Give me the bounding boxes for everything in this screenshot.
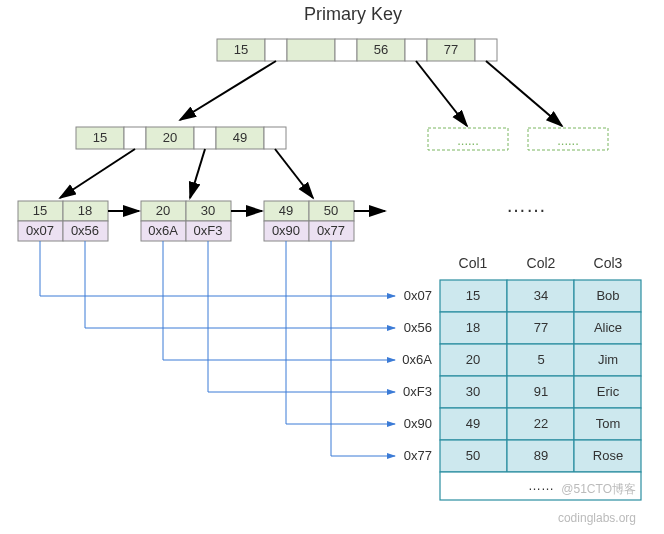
- svg-text:50: 50: [324, 203, 338, 218]
- table-row: 4922Tom: [440, 408, 641, 440]
- svg-text:0x56: 0x56: [71, 223, 99, 238]
- svg-text:Bob: Bob: [596, 288, 619, 303]
- dashed-label-1: ......: [557, 133, 579, 148]
- svg-rect-3: [335, 39, 357, 61]
- table-row: 5089Rose: [440, 440, 641, 472]
- svg-text:Rose: Rose: [593, 448, 623, 463]
- svg-text:Alice: Alice: [594, 320, 622, 335]
- leaf-0: 15 18 0x07 0x56: [18, 201, 108, 241]
- svg-text:0x07: 0x07: [26, 223, 54, 238]
- addr-1: 0x56: [404, 320, 432, 335]
- svg-text:Jim: Jim: [598, 352, 618, 367]
- svg-rect-11: [194, 127, 216, 149]
- arrow-root-c1: [416, 61, 467, 126]
- dashed-label-0: ......: [457, 133, 479, 148]
- svg-text:15: 15: [466, 288, 480, 303]
- l1-key-0: 15: [93, 130, 107, 145]
- svg-text:50: 50: [466, 448, 480, 463]
- watermark-2: codinglabs.org: [558, 511, 636, 525]
- col-header-0: Col1: [459, 255, 488, 271]
- l1-key-1: 20: [163, 130, 177, 145]
- svg-rect-5: [405, 39, 427, 61]
- table-row: 1877Alice: [440, 312, 641, 344]
- page-title: Primary Key: [304, 4, 402, 24]
- table-row: 1534Bob: [440, 280, 641, 312]
- leaf-1: 20 30 0x6A 0xF3: [141, 201, 231, 241]
- svg-text:15: 15: [33, 203, 47, 218]
- svg-text:22: 22: [534, 416, 548, 431]
- leaf-ellipsis: ……: [506, 194, 546, 216]
- svg-text:0x77: 0x77: [317, 223, 345, 238]
- svg-rect-1: [265, 39, 287, 61]
- table-footer-label: ……: [528, 478, 554, 493]
- addr-3: 0xF3: [403, 384, 432, 399]
- svg-text:20: 20: [156, 203, 170, 218]
- root-key-1: 56: [374, 42, 388, 57]
- svg-text:30: 30: [466, 384, 480, 399]
- svg-text:0xF3: 0xF3: [194, 223, 223, 238]
- svg-text:5: 5: [537, 352, 544, 367]
- arrow-l1-leaf1: [190, 149, 205, 198]
- addr-5: 0x77: [404, 448, 432, 463]
- root-key-2: 77: [444, 42, 458, 57]
- svg-text:49: 49: [279, 203, 293, 218]
- svg-text:49: 49: [466, 416, 480, 431]
- svg-text:34: 34: [534, 288, 548, 303]
- root-node: 15 56 77: [217, 39, 497, 61]
- addr-4: 0x90: [404, 416, 432, 431]
- svg-rect-2: [287, 39, 335, 61]
- svg-text:20: 20: [466, 352, 480, 367]
- watermark-1: @51CTO博客: [561, 482, 636, 496]
- svg-text:77: 77: [534, 320, 548, 335]
- btree-diagram: Primary Key 15 56 77 15 20 49 ...... ...…: [0, 0, 664, 534]
- svg-text:Eric: Eric: [597, 384, 620, 399]
- svg-text:18: 18: [466, 320, 480, 335]
- svg-rect-13: [264, 127, 286, 149]
- arrow-l1-leaf0: [60, 149, 135, 198]
- svg-text:0x90: 0x90: [272, 223, 300, 238]
- col-header-2: Col3: [594, 255, 623, 271]
- table-row: 3091Eric: [440, 376, 641, 408]
- svg-text:30: 30: [201, 203, 215, 218]
- addr-0: 0x07: [404, 288, 432, 303]
- root-key-0: 15: [234, 42, 248, 57]
- arrow-l1-leaf2: [275, 149, 313, 198]
- svg-text:0x6A: 0x6A: [148, 223, 178, 238]
- svg-text:18: 18: [78, 203, 92, 218]
- arrow-root-c0: [180, 61, 276, 120]
- data-table: 1534Bob 1877Alice 205Jim 3091Eric 4922To…: [440, 280, 641, 500]
- leaf-2: 49 50 0x90 0x77: [264, 201, 354, 241]
- l1-key-2: 49: [233, 130, 247, 145]
- svg-rect-7: [475, 39, 497, 61]
- svg-text:89: 89: [534, 448, 548, 463]
- level1-node: 15 20 49: [76, 127, 286, 149]
- pointer-lines: [40, 241, 395, 456]
- arrow-root-c2: [486, 61, 562, 126]
- table-row: 205Jim: [440, 344, 641, 376]
- col-header-1: Col2: [527, 255, 556, 271]
- svg-rect-9: [124, 127, 146, 149]
- addr-2: 0x6A: [402, 352, 432, 367]
- svg-text:91: 91: [534, 384, 548, 399]
- svg-text:Tom: Tom: [596, 416, 621, 431]
